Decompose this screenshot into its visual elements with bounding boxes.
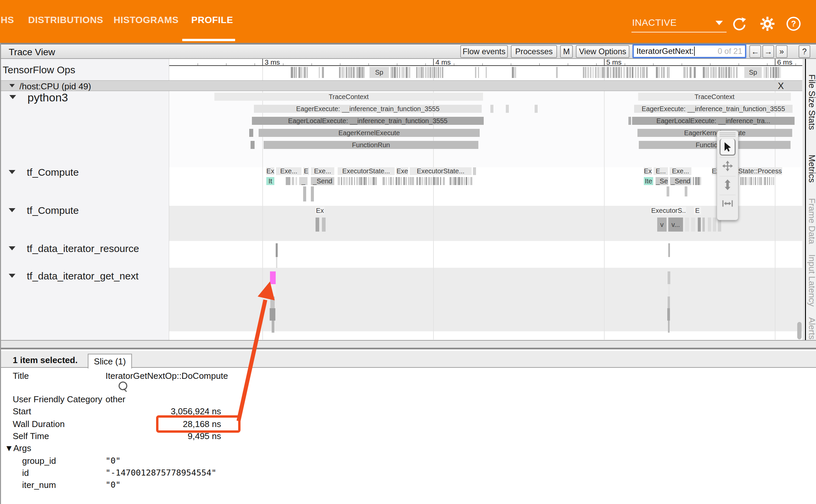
trace-slice[interactable]: v <box>657 218 667 232</box>
trace-slice[interactable] <box>473 167 476 175</box>
toolbar-button-m[interactable]: M <box>560 45 573 58</box>
trace-tick-bar[interactable] <box>392 67 393 78</box>
trace-tick-bar[interactable] <box>728 67 730 78</box>
trace-slice[interactable]: FunctionRun <box>639 141 791 149</box>
trace-tick-bar[interactable] <box>457 177 458 185</box>
trace-tick-bar[interactable] <box>771 177 772 185</box>
tab-slice[interactable]: Slice (1) <box>88 354 132 368</box>
trace-tick-bar[interactable] <box>767 177 768 185</box>
trace-tick-bar[interactable] <box>750 177 752 185</box>
trace-tick-bar[interactable] <box>775 67 777 78</box>
trace-tick-bar[interactable] <box>740 177 741 185</box>
trace-tick-bar[interactable] <box>613 67 615 78</box>
trace-slice[interactable]: Ex <box>644 167 652 175</box>
trace-tick-bar[interactable] <box>761 177 762 185</box>
trace-tick-bar[interactable] <box>421 67 422 78</box>
trace-slice[interactable] <box>286 177 290 185</box>
trace-tick-bar[interactable] <box>435 177 437 185</box>
collapse-arrow-icon[interactable] <box>9 170 15 174</box>
trace-tick-bar[interactable] <box>693 177 694 185</box>
trace-tick-bar[interactable] <box>346 67 347 78</box>
trace-slice[interactable]: _ <box>299 177 308 185</box>
trace-tick-bar[interactable] <box>773 177 774 185</box>
trace-tick-bar[interactable] <box>624 67 624 78</box>
trace-tick-bar[interactable] <box>386 177 387 185</box>
trace-slice[interactable]: Sp <box>369 67 389 78</box>
zoom-tool-button[interactable] <box>720 176 736 193</box>
trace-slice[interactable] <box>698 218 701 232</box>
palette-drag-handle[interactable] <box>720 133 736 137</box>
trace-tick-bar[interactable] <box>418 67 420 78</box>
side-tab-file-size-stats[interactable]: File Size Stats <box>807 74 816 130</box>
trace-tick-bar[interactable] <box>322 67 324 78</box>
trace-tick-bar[interactable] <box>408 67 410 78</box>
trace-tick-bar[interactable] <box>349 177 350 185</box>
trace-tick-bar[interactable] <box>590 67 591 78</box>
trace-tick-bar[interactable] <box>689 67 690 78</box>
trace-tick-bar[interactable] <box>366 177 367 185</box>
trace-tick-bar[interactable] <box>721 67 723 78</box>
close-icon[interactable]: X <box>778 81 784 91</box>
trace-tick-bar[interactable] <box>470 177 472 185</box>
trace-tick-bar[interactable] <box>604 67 605 78</box>
toolbar-button--[interactable]: » <box>776 45 788 58</box>
trace-tick-bar[interactable] <box>780 67 781 78</box>
trace-tick-bar[interactable] <box>372 177 375 185</box>
trace-tick-bar[interactable] <box>635 67 636 78</box>
trace-tick-bar[interactable] <box>354 177 355 185</box>
nav-tab-distributions[interactable]: DISTRIBUTIONS <box>28 15 95 25</box>
trace-tick-bar[interactable] <box>659 67 660 78</box>
trace-tick-bar[interactable] <box>433 177 435 185</box>
trace-slice[interactable] <box>276 257 277 268</box>
trace-tick-bar[interactable] <box>421 177 423 185</box>
trace-tick-bar[interactable] <box>765 67 767 78</box>
help-icon[interactable]: ? <box>786 16 801 31</box>
toolbar-button--[interactable]: ← <box>749 45 761 58</box>
trace-tick-bar[interactable] <box>442 67 443 78</box>
trace-tick-bar[interactable] <box>708 67 709 78</box>
collapse-arrow-icon[interactable] <box>9 84 15 87</box>
trace-slice[interactable] <box>270 308 275 321</box>
trace-slice[interactable] <box>667 186 669 196</box>
trace-slice[interactable] <box>685 218 689 232</box>
trace-slice[interactable]: E <box>694 207 701 215</box>
trace-tick-bar[interactable] <box>583 67 585 78</box>
toolbar-button--[interactable]: ? <box>799 45 810 58</box>
trace-tick-bar[interactable] <box>757 177 759 185</box>
trace-tick-bar[interactable] <box>610 67 611 78</box>
trace-tick-bar[interactable] <box>703 67 705 78</box>
trace-tick-bar[interactable] <box>361 67 363 78</box>
trace-slice[interactable] <box>628 117 631 125</box>
trace-tick-bar[interactable] <box>428 177 430 185</box>
trace-slice[interactable]: EagerKernelExecute <box>637 129 792 137</box>
trace-tick-bar[interactable] <box>298 67 300 78</box>
trace-tick-bar[interactable] <box>422 67 424 78</box>
trace-slice[interactable]: FunctionRun <box>264 141 478 149</box>
trace-tick-bar[interactable] <box>355 67 355 78</box>
trace-tick-bar[interactable] <box>453 177 454 185</box>
side-tab-metrics[interactable]: Metrics <box>807 155 816 183</box>
trace-slice[interactable]: Exe... <box>311 167 334 175</box>
trace-tick-bar[interactable] <box>391 67 392 78</box>
trace-tick-bar[interactable] <box>763 177 764 185</box>
trace-tick-bar[interactable] <box>514 67 516 78</box>
trace-slice[interactable] <box>667 308 670 321</box>
trace-tick-bar[interactable] <box>464 177 465 185</box>
trace-tick-bar[interactable] <box>438 67 439 78</box>
trace-tick-bar[interactable] <box>461 177 463 185</box>
trace-tick-bar[interactable] <box>291 67 293 78</box>
trace-tick-bar[interactable] <box>753 177 754 185</box>
trace-slice[interactable] <box>668 243 670 257</box>
toolbar-button--[interactable]: → <box>762 45 774 58</box>
trace-tick-bar[interactable] <box>478 67 479 78</box>
trace-tick-bar[interactable] <box>716 67 717 78</box>
trace-tick-bar[interactable] <box>350 67 352 78</box>
trace-slice[interactable] <box>316 218 319 232</box>
search-input[interactable]: IteratorGetNext: 0 of 21 <box>632 44 746 58</box>
trace-slice[interactable]: EagerLocalExecute: __inference_train_fun… <box>252 117 484 125</box>
trace-slice[interactable]: _Send <box>311 177 334 185</box>
trace-slice[interactable] <box>249 129 253 137</box>
trace-tick-bar[interactable] <box>770 67 771 78</box>
trace-tick-bar[interactable] <box>663 67 665 78</box>
toolbar-button-processes[interactable]: Processes <box>511 45 557 58</box>
